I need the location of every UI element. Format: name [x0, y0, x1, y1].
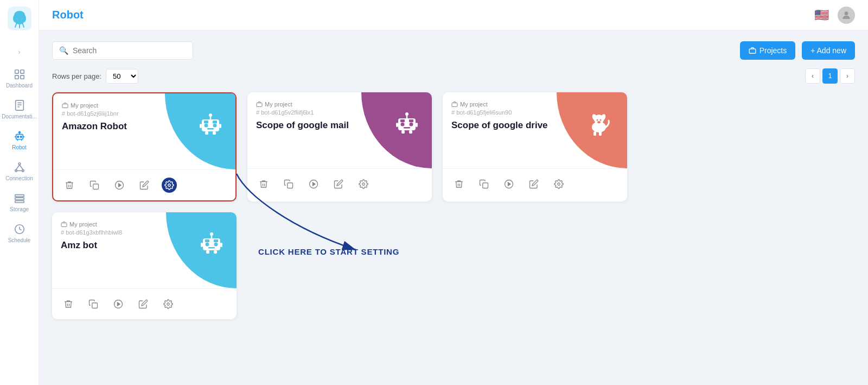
svg-marker-102: [118, 302, 120, 306]
search-input[interactable]: [73, 46, 186, 55]
bot-card-google-drive: My project # bot-d61g5fjeli6sun90 Scope …: [443, 92, 627, 201]
rows-per-page-label: Rows per page:: [52, 72, 101, 80]
copy-btn-3[interactable]: [476, 176, 492, 192]
projects-button[interactable]: Projects: [740, 41, 796, 60]
sidebar-item-dashboard[interactable]: Dashboard: [0, 63, 39, 94]
rows-per-page-select[interactable]: 50 10 25 100: [106, 69, 138, 84]
settings-btn-2[interactable]: [356, 176, 371, 192]
main-area: Robot 🇺🇸 🔍 Projects + Add new: [39, 0, 868, 385]
svg-marker-85: [508, 182, 511, 186]
svg-marker-54: [119, 184, 122, 187]
svg-rect-9: [20, 70, 23, 73]
sidebar-toggle[interactable]: ›: [13, 46, 26, 59]
page-title: Robot: [52, 9, 806, 21]
svg-point-86: [558, 183, 560, 186]
sidebar-item-documentation-label: Documentati...: [2, 113, 36, 119]
play-btn-3[interactable]: [501, 176, 516, 192]
sidebar-item-schedule-label: Schedule: [8, 237, 31, 243]
edit-btn-3[interactable]: [526, 176, 541, 192]
sidebar-item-robot[interactable]: Robot: [0, 125, 39, 156]
svg-rect-31: [15, 195, 24, 197]
card-actions-4: [52, 288, 237, 319]
svg-line-36: [20, 229, 22, 230]
bot-card-amazon-robot: My project # bot-d61g5zj6liij1bnr Amazon…: [52, 92, 237, 201]
svg-line-28: [16, 165, 19, 169]
sidebar-item-schedule[interactable]: Schedule: [0, 218, 39, 249]
sidebar-item-documentation[interactable]: Documentati...: [0, 94, 39, 125]
card-name-1: Amazon Robot: [62, 121, 227, 132]
copy-btn-1[interactable]: [87, 178, 102, 193]
svg-rect-87: [61, 223, 67, 227]
play-btn-2[interactable]: [306, 176, 321, 192]
play-btn-4[interactable]: [111, 296, 126, 312]
svg-point-72: [362, 183, 365, 186]
settings-btn-4[interactable]: [161, 296, 176, 312]
pagination: ‹ 1 ›: [805, 68, 855, 84]
card-id-2: # bot-d61g5v2fliifj6lx1: [256, 109, 423, 116]
card-actions-2: [247, 168, 432, 199]
edit-btn-4[interactable]: [136, 296, 151, 312]
rows-bar: Rows per page: 50 10 25 100 ‹ 1 ›: [52, 68, 855, 84]
sidebar-item-dashboard-label: Dashboard: [6, 83, 33, 89]
sidebar-item-connection-label: Connection: [5, 175, 33, 181]
sidebar-item-storage[interactable]: Storage: [0, 187, 39, 218]
card-id-4: # bot-d61g3xbflhhbiwl8: [61, 229, 228, 236]
user-avatar[interactable]: [838, 7, 855, 24]
card-project-4: My project: [61, 221, 228, 228]
toolbar: 🔍 Projects + Add new: [52, 41, 855, 60]
bot-card-google-mail: My project # bot-d61g5v2fliifj6lx1 Scope…: [247, 92, 432, 201]
delete-btn-3[interactable]: [451, 176, 467, 192]
svg-rect-39: [62, 104, 68, 108]
copy-btn-4[interactable]: [86, 296, 101, 312]
svg-rect-10: [15, 75, 18, 79]
svg-rect-11: [20, 75, 23, 79]
edit-btn-2[interactable]: [331, 176, 346, 192]
card-id-3: # bot-d61g5fjeli6sun90: [451, 109, 618, 116]
svg-rect-73: [452, 103, 457, 107]
svg-point-55: [168, 184, 171, 187]
prev-page-btn[interactable]: ‹: [805, 68, 820, 84]
svg-point-37: [845, 11, 848, 15]
card-name-2: Scope of google mail: [256, 120, 423, 131]
svg-point-17: [17, 136, 18, 138]
svg-rect-69: [288, 183, 293, 188]
settings-btn-3[interactable]: [551, 176, 566, 192]
svg-rect-83: [483, 183, 488, 188]
svg-rect-38: [749, 49, 756, 53]
card-actions-1: [53, 169, 235, 200]
svg-rect-8: [15, 70, 18, 73]
add-new-button[interactable]: + Add new: [802, 41, 855, 60]
card-project-2: My project: [256, 101, 423, 108]
search-box[interactable]: 🔍: [52, 41, 193, 60]
next-page-btn[interactable]: ›: [840, 68, 855, 84]
sidebar-item-connection[interactable]: Connection: [0, 156, 39, 187]
delete-btn-2[interactable]: [256, 176, 271, 192]
svg-rect-100: [92, 303, 98, 308]
sidebar: › Dashboard Documentati...: [0, 0, 39, 385]
svg-rect-56: [257, 103, 262, 107]
play-btn-1[interactable]: [112, 178, 127, 193]
card-id-1: # bot-d61g5zj6liij1bnr: [62, 110, 227, 117]
svg-rect-33: [15, 201, 24, 203]
svg-rect-32: [15, 198, 24, 200]
card-project-3: My project: [451, 101, 618, 108]
card-info-2: My project # bot-d61g5v2fliifj6lx1 Scope…: [247, 92, 432, 168]
svg-line-29: [20, 165, 23, 169]
svg-marker-71: [313, 182, 316, 186]
sidebar-item-storage-label: Storage: [10, 206, 29, 212]
card-info-1: My project # bot-d61g5zj6liij1bnr Amazon…: [53, 93, 235, 169]
delete-btn-4[interactable]: [61, 296, 76, 312]
settings-btn-1[interactable]: [162, 178, 177, 193]
search-icon: 🔍: [59, 46, 68, 55]
delete-btn-1[interactable]: [62, 178, 77, 193]
svg-rect-52: [93, 184, 99, 190]
sidebar-item-robot-label: Robot: [12, 144, 27, 150]
current-page-btn[interactable]: 1: [822, 68, 838, 84]
copy-btn-2[interactable]: [281, 176, 296, 192]
edit-btn-1[interactable]: [137, 178, 152, 193]
flag-icon: 🇺🇸: [814, 8, 829, 22]
svg-point-103: [167, 303, 170, 306]
card-info-3: My project # bot-d61g5fjeli6sun90 Scope …: [443, 92, 627, 168]
card-info-4: My project # bot-d61g3xbflhhbiwl8 Amz bo…: [52, 212, 237, 288]
card-name-4: Amz bot: [61, 240, 228, 251]
